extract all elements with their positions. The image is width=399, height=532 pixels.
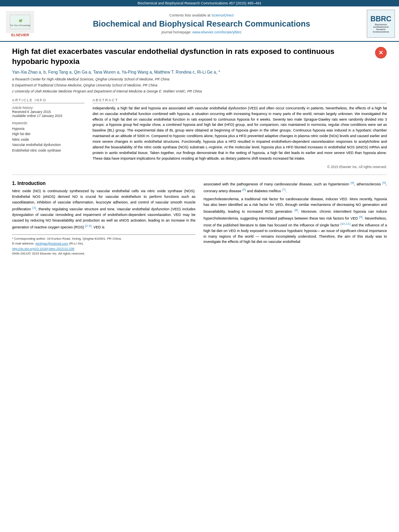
affiliation-b: b Department of Traditional Chinese Medi… — [12, 83, 387, 88]
svg-text:CrossMark: CrossMark — [377, 56, 385, 58]
introduction-right-column: associated with the pathogenesis of many… — [204, 181, 387, 255]
bbrc-logo: BBRC Biochemicaland BiophysicalResearchC… — [367, 10, 395, 38]
article-info-header: ARTICLE INFO — [12, 98, 84, 103]
article-title: High fat diet exacerbates vascular endot… — [12, 47, 371, 66]
journal-title: Biochemical and Biophysical Research Com… — [40, 19, 363, 29]
footnote-section: * Corresponding author. 16 Kunlun Road, … — [12, 234, 195, 255]
svg-text:The Tree of Knowledge: The Tree of Knowledge — [10, 24, 31, 27]
journal-citation-text: Biochemical and Biophysical Research Com… — [138, 1, 261, 5]
elsevier-wordmark: ELSEVIER — [11, 33, 29, 37]
keyword-4: Vascular endothelial dysfunction — [12, 142, 84, 148]
journal-title-block: Contents lists available at ScienceDirec… — [36, 13, 367, 34]
copyright-line: © 2015 Elsevier Inc. All rights reserved… — [93, 165, 387, 169]
email-footnote: E-mail address: geriligao@hotmail.com (R… — [12, 241, 195, 246]
corresponding-author: * Corresponding author. 16 Kunlun Road, … — [12, 236, 195, 241]
article-info-abstract-section: ARTICLE INFO Article history: Received 6… — [12, 98, 387, 169]
authors-line: Yan-Xia Zhao a, b, Feng Tang a, Qin Ga a… — [12, 70, 387, 74]
keyword-3: Nitric oxide — [12, 137, 84, 143]
elsevier-image: 🌿 The Tree of Knowledge — [6, 11, 34, 33]
issn-line: 0006-291X/© 2015 Elsevier Inc. All right… — [12, 252, 195, 255]
affiliation-c: c University of Utah Molecular Medicine … — [12, 89, 387, 94]
keyword-2: High fat diet — [12, 131, 84, 137]
paper-body: High fat diet exacerbates vascular endot… — [0, 42, 399, 260]
keyword-5: Endothelial nitric oxide synthase — [12, 148, 84, 154]
keywords-section: Keywords: Hypoxia High fat diet Nitric o… — [12, 121, 84, 154]
keyword-1: Hypoxia — [12, 126, 84, 132]
journal-homepage-link[interactable]: www.elsevier.com/locate/ybbrc — [192, 30, 242, 34]
article-info-column: ARTICLE INFO Article history: Received 6… — [12, 98, 84, 169]
introduction-paragraph-left: Nitric oxide (NO) is continuously synthe… — [12, 189, 195, 230]
elsevier-logo-section: 🌿 The Tree of Knowledge ELSEVIER — [4, 11, 36, 37]
affiliation-a: a Research Center for High Altitude Medi… — [12, 77, 387, 82]
abstract-text: Independently, a high fat diet and hypox… — [93, 106, 387, 162]
introduction-paragraph-right-1: associated with the pathogenesis of many… — [204, 181, 387, 245]
section-divider — [12, 175, 387, 175]
abstract-column: ABSTRACT Independently, a high fat diet … — [93, 98, 387, 169]
received-date: Received 6 January 2015 — [12, 110, 84, 114]
svg-text:✕: ✕ — [378, 49, 383, 56]
journal-homepage-line: journal homepage: www.elsevier.com/locat… — [40, 30, 363, 34]
article-title-section: High fat diet exacerbates vascular endot… — [12, 47, 387, 66]
introduction-section: 1. Introduction Nitric oxide (NO) is con… — [12, 181, 387, 255]
doi-link[interactable]: http://dx.doi.org/10.1016/j.bbrc.2015.01… — [12, 247, 74, 251]
article-history-label: Article history: Received 6 January 2015… — [12, 106, 84, 118]
sciencedirect-link[interactable]: ScienceDirect — [212, 13, 234, 17]
affiliations-block: a Research Center for High Altitude Medi… — [12, 77, 387, 94]
keywords-label: Keywords: — [12, 121, 84, 125]
introduction-title: 1. Introduction — [12, 181, 195, 186]
journal-citation-bar: Biochemical and Biophysical Research Com… — [0, 0, 399, 6]
introduction-left-column: 1. Introduction Nitric oxide (NO) is con… — [12, 181, 195, 255]
doi-line: http://dx.doi.org/10.1016/j.bbrc.2015.01… — [12, 246, 195, 251]
journal-header: 🌿 The Tree of Knowledge ELSEVIER Content… — [0, 6, 399, 42]
email-link[interactable]: geriligao@hotmail.com — [35, 242, 68, 245]
available-date: Available online 17 January 2015 — [12, 114, 84, 118]
sciencedirect-line: Contents lists available at ScienceDirec… — [40, 13, 363, 17]
bbrc-acronym: BBRC — [370, 15, 391, 23]
abstract-header: ABSTRACT — [93, 98, 387, 103]
crossmark-logo: ✕ CrossMark — [375, 47, 387, 59]
